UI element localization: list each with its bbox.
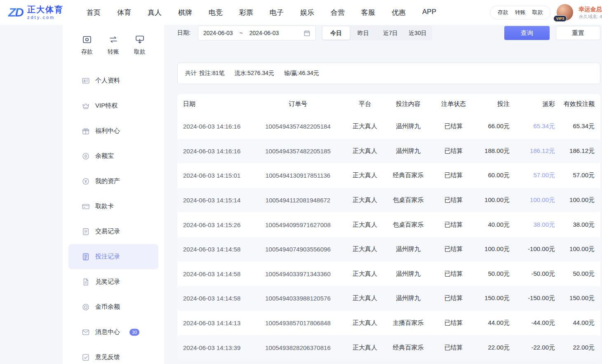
nav-item-esports[interactable]: 电竞 (209, 8, 223, 17)
sidebar: 存款 转账 取款 个人资料 VIP特权 福利中心 (63, 25, 164, 364)
brand-logo[interactable]: ZD 正大体育 zdty.com (7, 5, 63, 20)
sidebar-quick-transfer[interactable]: 转账 (103, 35, 124, 56)
cell-status: 已结算 (433, 319, 474, 327)
reset-button[interactable]: 重置 (556, 26, 600, 40)
sidebar-item-redeem-records[interactable]: 兑奖记录 (68, 269, 158, 294)
table-row: 2024-06-03 14:16:16 1005494357482205185 … (177, 139, 600, 164)
cell-date: 2024-06-03 14:14:58 (177, 270, 249, 277)
bet-records-table: 日期 订单号 平台 投注内容 注单状态 投注 派彩 有效投注额 2024-06-… (177, 94, 600, 360)
cell-payout: -44.00元 (515, 319, 561, 327)
sidebar-quick-deposit[interactable]: 存款 (77, 35, 97, 56)
nav-item-entertainment[interactable]: 娱乐 (300, 8, 314, 17)
cell-platform: 正大真人 (346, 147, 383, 155)
cell-valid-amount: 22.00元 (561, 344, 600, 352)
sidebar-quick-withdraw[interactable]: 取款 (129, 35, 150, 56)
nav-item-lottery[interactable]: 彩票 (239, 8, 253, 17)
calendar-icon (303, 30, 310, 37)
date-range-picker[interactable]: 2024-06-03 ~ 2024-06-03 (198, 26, 316, 40)
cell-payout: -50.00元 (515, 270, 561, 278)
tab-today[interactable]: 今日 (322, 26, 350, 40)
cell-bet-content: 温州牌九 (383, 270, 433, 278)
cell-valid-amount: 50.00元 (561, 270, 600, 278)
sidebar-menu: 个人资料 VIP特权 福利中心 余额宝 我的资产 取款卡 交易记录 投注记录 (63, 62, 164, 364)
brand-name: 正大体育 (27, 5, 63, 14)
sidebar-item-profile[interactable]: 个人资料 (68, 68, 158, 93)
cell-payout: 100.00元 (515, 196, 561, 204)
nav-item-service[interactable]: 客服 (361, 8, 375, 17)
date-separator: ~ (240, 30, 243, 36)
sidebar-item-yuebao[interactable]: 余额宝 (68, 143, 158, 169)
cell-status: 已结算 (433, 245, 474, 253)
tab-yesterday[interactable]: 昨日 (350, 26, 377, 40)
sidebar-item-gold-balance[interactable]: 金币余额 (68, 294, 158, 319)
cell-valid-amount: 186.12元 (561, 147, 600, 155)
sidebar-item-withdraw-card[interactable]: 取款卡 (68, 194, 158, 219)
cell-bet-amount: 66.00元 (474, 122, 515, 130)
cell-bet-amount: 188.00元 (474, 147, 515, 155)
feedback-icon (82, 353, 90, 362)
cell-bet-amount: 44.00元 (474, 319, 515, 327)
cell-valid-amount: 44.00元 (561, 319, 600, 327)
nav-item-app[interactable]: APP (422, 8, 436, 17)
transfer-link[interactable]: 转账 (515, 9, 526, 16)
tab-last-7-days[interactable]: 近7日 (377, 26, 404, 40)
nav-item-promotions[interactable]: 优惠 (392, 8, 406, 17)
nav-item-home[interactable]: 首页 (87, 8, 101, 17)
header-bet-amount: 投注 (474, 100, 515, 108)
deposit-link[interactable]: 存款 (498, 9, 508, 16)
sidebar-item-label: 意见反馈 (95, 353, 120, 361)
cell-platform: 正大真人 (346, 245, 383, 253)
table-row: 2024-06-03 14:14:58 1005494033988120576 … (177, 286, 600, 311)
nav-item-slots[interactable]: 电子 (270, 8, 284, 17)
sidebar-item-label: 我的资产 (95, 177, 120, 185)
cell-status: 已结算 (433, 344, 474, 352)
nav-item-alliance[interactable]: 合营 (331, 8, 345, 17)
unread-count-badge: 30 (129, 329, 139, 336)
cell-bet-amount: 60.00元 (474, 171, 515, 179)
query-button[interactable]: 查询 (504, 26, 550, 40)
transfer-icon (108, 35, 118, 45)
cell-order-number: 1005494033988120576 (249, 295, 346, 302)
sidebar-item-label: 兑奖记录 (95, 278, 120, 286)
main-nav: 首页 体育 真人 棋牌 电竞 彩票 电子 娱乐 合营 客服 优惠 APP (87, 8, 436, 17)
cell-bet-content: 温州牌九 (383, 245, 433, 253)
redeem-record-icon (82, 278, 90, 286)
nav-item-chess[interactable]: 棋牌 (178, 8, 192, 17)
table-row: 2024-06-03 14:13:39 1005493828206370816 … (177, 335, 600, 360)
withdraw-icon (135, 35, 145, 45)
withdraw-link[interactable]: 取款 (532, 9, 543, 16)
sidebar-item-vip[interactable]: VIP特权 (68, 93, 158, 118)
cell-status: 已结算 (433, 147, 474, 155)
sidebar-item-message-center[interactable]: 消息中心 30 (68, 319, 158, 345)
nav-item-live-casino[interactable]: 真人 (148, 8, 162, 17)
nav-item-sports[interactable]: 体育 (117, 8, 131, 17)
sidebar-item-assets[interactable]: 我的资产 (68, 169, 158, 194)
avatar-wrap: VIP3 (557, 4, 573, 21)
table-row: 2024-06-03 14:15:01 1005494130917851136 … (177, 163, 600, 188)
cell-bet-content: 经典百家乐 (383, 171, 433, 179)
cell-platform: 正大真人 (346, 196, 383, 204)
sidebar-item-transaction-records[interactable]: 交易记录 (68, 219, 158, 244)
sidebar-item-bet-records[interactable]: 投注记录 (68, 244, 158, 269)
sidebar-item-welfare[interactable]: 福利中心 (68, 118, 158, 143)
tab-last-30-days[interactable]: 近30日 (404, 26, 431, 40)
message-icon (82, 328, 90, 336)
header-date: 日期 (177, 100, 249, 108)
cell-platform: 正大真人 (346, 270, 383, 278)
header-status: 注单状态 (433, 100, 474, 108)
cell-platform: 正大真人 (346, 344, 383, 352)
date-to: 2024-06-03 (249, 30, 279, 36)
sidebar-item-feedback[interactable]: 意见反馈 (68, 345, 158, 364)
date-quick-tabs: 今日 昨日 近7日 近30日 (322, 26, 432, 40)
quick-action-label: 转账 (108, 48, 119, 56)
cell-bet-amount: 100.00元 (474, 245, 515, 253)
cell-date: 2024-06-03 14:15:01 (177, 172, 249, 179)
sidebar-item-label: 余额宝 (95, 152, 114, 160)
bank-card-icon (82, 202, 90, 211)
cell-bet-amount: 50.00元 (474, 270, 515, 278)
cell-bet-content: 主播百家乐 (383, 319, 433, 327)
filter-row: 日期: 2024-06-03 ~ 2024-06-03 今日 昨日 近7日 近3… (177, 26, 600, 40)
cell-order-number: 1005494033971343360 (249, 270, 346, 277)
top-bar: ZD 正大体育 zdty.com 首页 体育 真人 棋牌 电竞 彩票 电子 娱乐… (0, 0, 602, 25)
summary-bet-count: 投注:81笔 (199, 70, 224, 77)
